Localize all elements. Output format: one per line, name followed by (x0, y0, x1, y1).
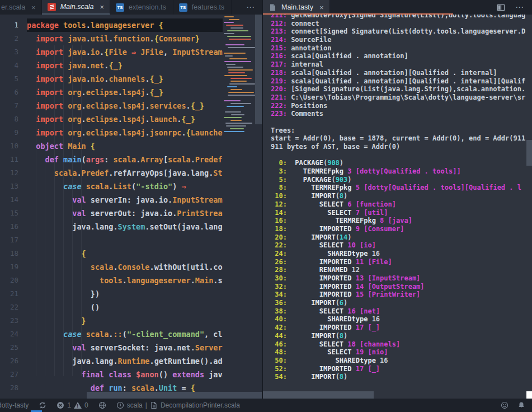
tasty-row: 222: Positions (271, 102, 526, 110)
error-count: 1 (67, 401, 71, 409)
tasty-row: 10: IMPORT(8) (271, 192, 526, 200)
close-icon[interactable]: × (100, 3, 104, 11)
feedback-button[interactable] (501, 401, 509, 409)
code-line[interactable]: }) (27, 287, 223, 301)
tab-label: Main.scala (60, 3, 94, 11)
live-share-button[interactable] (98, 401, 106, 409)
code-line[interactable]: case scala.List("-stdio") ⇒ (27, 180, 223, 193)
code-content[interactable]: package tools.languageserver { import ja… (27, 15, 223, 392)
close-icon[interactable]: × (319, 4, 324, 11)
code-line[interactable]: java.lang.Runtime.getRuntime().addSh (27, 354, 223, 368)
tasty-viewer[interactable]: 211: getRemoteProxy[Signed Signature(Lis… (263, 15, 532, 399)
language-label: scala (127, 401, 143, 409)
close-icon[interactable]: × (31, 4, 36, 11)
line-number: 3 (0, 45, 27, 59)
vertical-scrollbar-left[interactable] (255, 15, 263, 392)
code-line[interactable]: import org.eclipse.lsp4j.jsonrpc.{Launch… (27, 126, 223, 139)
tasty-row: 36: IMPORT(6) (271, 299, 526, 307)
code-line[interactable]: case scala.::("-client_command", clien (27, 327, 223, 341)
code-line[interactable]: () (27, 301, 223, 314)
code-line[interactable]: final class $anon() extends java.l (27, 368, 223, 381)
code-line[interactable]: val serverIn: java.io.InputStream = (27, 193, 223, 207)
code-line[interactable]: import java.io.{File ⇒ JFile, InputStrea… (27, 45, 223, 59)
code-line[interactable]: { (27, 247, 223, 260)
problems-item[interactable]: 1 ! 0 (57, 401, 88, 409)
scrollbar-corner (526, 391, 532, 399)
code-line[interactable]: scala.Predef.refArrayOps[java.lang.Strin (27, 166, 223, 180)
code-line[interactable]: java.lang.System.setOut(java.lang.Sy (27, 220, 223, 233)
scrollbar-thumb[interactable] (87, 392, 263, 399)
line-number: 10 (0, 139, 27, 153)
code-line[interactable]: scala.Console.withOut[util.concurr (27, 260, 223, 274)
line-number: 1 (0, 18, 27, 32)
tasty-row: 28: RENAMED 12 (271, 266, 526, 274)
horizontal-scrollbar-left[interactable] (0, 392, 262, 399)
tasty-row: 48: SELECT 19 [nio] (271, 348, 526, 357)
tab-extension.ts[interactable]: TSextension.ts (110, 0, 173, 15)
tab-features.ts[interactable]: TSfeatures.ts (173, 0, 232, 15)
branch-label: dotty-tasty (0, 401, 29, 409)
code-line[interactable]: def run: scala.Unit = { (27, 381, 223, 392)
tasty-row: 216: scala[Qualified . annotation] (271, 52, 526, 60)
tasty-row: 212: connect (271, 20, 526, 28)
vertical-scrollbar-right[interactable] (526, 15, 532, 391)
line-number: 13 (0, 180, 27, 193)
tab-label: features.ts (192, 3, 224, 11)
tasty-row: 24: SHAREDtype 16 (271, 250, 526, 258)
more-actions-button[interactable]: ⋯ (511, 2, 528, 12)
tasty-row: 3: TERMREFpkg 3 [dotty[Qualified . tools… (271, 167, 526, 176)
language-mode-item[interactable]: scala | DecompilationPrinter.scala (116, 401, 240, 409)
git-branch-item[interactable]: dotty-tasty (0, 401, 29, 409)
line-number: 27 (0, 368, 27, 381)
code-line[interactable]: tools.languageserver.Main.startS (27, 274, 223, 287)
code-line[interactable]: def main(args: scala.Array[scala.Predef.… (27, 153, 223, 166)
tasty-row: 44: IMPORT(8) (271, 332, 526, 340)
split-editor-button[interactable] (493, 3, 509, 12)
sync-button[interactable] (39, 401, 46, 409)
tab-label: Main.tasty (281, 3, 313, 11)
scala-editor[interactable]: 1234567891011121314151617181920212223242… (0, 15, 263, 399)
tasty-row: 211: getRemoteProxy[Signed Signature(Lis… (271, 15, 526, 20)
status-bar: dotty-tasty 1 ! 0 (0, 399, 532, 412)
scrollbar-thumb[interactable] (255, 15, 263, 124)
scala-file-icon (48, 3, 56, 11)
tasty-row: 214: SourceFile (271, 36, 526, 44)
line-number: 8 (0, 113, 27, 126)
code-line[interactable]: object Main { (27, 139, 223, 153)
code-line[interactable]: import org.eclipse.lsp4j.services.{_} (27, 99, 223, 113)
tasty-row: 911 bytes of AST, base = Addr(0) (271, 143, 526, 151)
tasty-row: 219: scala[Qualified . annotation][Quali… (271, 77, 526, 86)
line-number: 12 (0, 166, 27, 180)
tasty-file-icon (269, 3, 277, 12)
more-tabs-button[interactable]: ⋯ (239, 0, 262, 15)
code-line[interactable]: import java.nio.channels.{_} (27, 72, 223, 86)
scrollbar-thumb[interactable] (263, 391, 374, 399)
vscode-window: er.scala×Main.scala×TSextension.tsTSfeat… (0, 0, 532, 412)
line-number: 9 (0, 126, 27, 139)
code-line[interactable]: import org.eclipse.lsp4j.{_} (27, 86, 223, 99)
tasty-row: 8: TERMREFpkg 5 [dotty[Qualified . tools… (271, 184, 526, 192)
code-line[interactable]: import java.net.{_} (27, 59, 223, 72)
warning-count: 0 (84, 401, 88, 409)
code-line[interactable]: import org.eclipse.lsp4j.launch.{_} (27, 113, 223, 126)
scrollbar-thumb[interactable] (526, 140, 532, 166)
tasty-row: 12: SELECT 6 [function] (271, 200, 526, 209)
code-line[interactable]: import java.util.function.{Consumer} (27, 32, 223, 45)
code-line[interactable] (27, 233, 223, 247)
file-icon (150, 401, 158, 409)
minimap[interactable] (223, 15, 255, 392)
tab-Main.scala[interactable]: Main.scala× (42, 0, 110, 15)
tab-Main.tasty[interactable]: Main.tasty× (263, 0, 330, 15)
info-circle-icon (116, 401, 124, 409)
code-line[interactable]: } (27, 314, 223, 327)
code-line[interactable]: package tools.languageserver { (27, 18, 223, 32)
notifications-button[interactable] (517, 401, 525, 409)
tasty-row: 32: IMPORTED 14 [OutputStream] (271, 283, 526, 291)
typescript-file-icon: TS (116, 3, 124, 12)
globe-icon (98, 401, 106, 409)
code-line[interactable]: val serverSocket: java.net.ServerSoc (27, 341, 223, 354)
code-line[interactable]: val serverOut: java.io.PrintStream = (27, 207, 223, 220)
horizontal-scrollbar-right[interactable] (263, 391, 532, 399)
tab-er.scala[interactable]: er.scala× (0, 0, 42, 15)
tasty-content: 211: getRemoteProxy[Signed Signature(Lis… (271, 15, 526, 391)
